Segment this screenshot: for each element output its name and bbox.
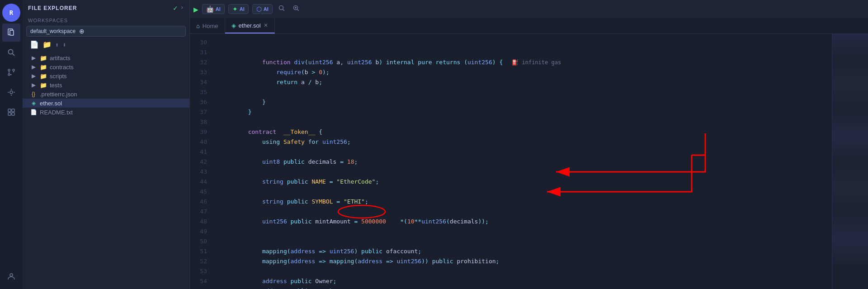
- svg-rect-16: [12, 113, 14, 115]
- search-sidebar-icon[interactable]: [2, 43, 20, 62]
- debug-icon[interactable]: [2, 83, 20, 101]
- tree-item-label: README.txt: [40, 109, 73, 116]
- tree-item-label: contracts: [50, 64, 74, 71]
- svg-line-3: [13, 54, 15, 56]
- folder-icon: ▶: [30, 72, 37, 80]
- workspace-row: WORKSPACES: [23, 16, 189, 25]
- download-icon[interactable]: ⬇: [62, 41, 66, 48]
- svg-rect-14: [12, 109, 14, 112]
- file-tree: ▶ 📁 artifacts ▶ 📁 contracts ▶ 📁 scripts …: [23, 52, 189, 289]
- svg-point-17: [10, 274, 13, 276]
- sidebar-header-actions: ✓ ›: [173, 4, 184, 12]
- code-line-43: string public NAME = "EtherCode";: [220, 167, 832, 177]
- git-icon[interactable]: [2, 63, 20, 81]
- toolbar: ▶ 🤖 AI ✦ AI ⬡ AI: [190, 0, 868, 18]
- minimap-content: [832, 34, 868, 289]
- folder-icon: ▶: [30, 63, 37, 71]
- search-icon[interactable]: [276, 4, 287, 14]
- ai-button-1[interactable]: 🤖 AI: [202, 4, 225, 14]
- workspace-label: WORKSPACES: [28, 18, 68, 23]
- run-button[interactable]: ▶: [193, 5, 198, 14]
- extensions-icon[interactable]: [2, 103, 20, 121]
- tree-item-prettierrc[interactable]: {} .prettierrc.json: [23, 90, 189, 99]
- folder-icon: ▶: [30, 54, 37, 62]
- code-line-54: address public _member;: [220, 276, 832, 286]
- svg-rect-1: [10, 30, 14, 35]
- code-area[interactable]: function div(uint256 a, uint256 b) inter…: [212, 34, 832, 289]
- tree-item-readme[interactable]: 📄 README.txt: [23, 108, 189, 117]
- svg-point-8: [10, 91, 13, 94]
- txt-icon: 📄: [30, 109, 37, 116]
- code-line-39: using Safety for uint256;: [220, 127, 832, 137]
- home-icon: ⌂: [196, 23, 200, 29]
- code-editor[interactable]: 30 31 32 33 34 35 36 37 38 39 40 41 42 4…: [190, 34, 868, 289]
- folder-icon: ▶: [30, 81, 37, 89]
- tree-item-label: scripts: [50, 73, 67, 80]
- svg-point-4: [8, 69, 10, 71]
- code-line-34: [220, 77, 832, 87]
- check-icon[interactable]: ✓: [173, 4, 178, 12]
- svg-line-19: [283, 9, 284, 11]
- code-line-32: require(b > 0);: [220, 57, 832, 67]
- editor-tabs: ⌂ Home ◈ ether.sol ✕: [190, 18, 868, 34]
- upload-icon[interactable]: ⬆: [55, 41, 59, 48]
- workspace-select[interactable]: default_workspace ⊕: [26, 26, 186, 37]
- svg-line-21: [297, 9, 299, 11]
- activity-bar: R: [0, 0, 23, 289]
- sol-tab-icon: ◈: [231, 22, 236, 29]
- sidebar-title: FILE EXPLORER: [28, 5, 77, 11]
- ai-label-2: AI: [240, 6, 245, 12]
- workspace-chevron-icon: ⊕: [79, 28, 85, 35]
- folder-icon-3: 📁: [40, 64, 47, 71]
- ai-button-2[interactable]: ✦ AI: [228, 4, 249, 14]
- code-line-46: [220, 197, 832, 207]
- folder-icon-5: 📁: [40, 82, 47, 89]
- code-line-51: mapping(address => mapping(address => ui…: [220, 246, 832, 256]
- code-line-53: address public Owner;: [220, 266, 832, 276]
- tree-item-contracts[interactable]: ▶ 📁 contracts: [23, 62, 189, 71]
- code-line-37: [220, 107, 832, 117]
- tree-item-label: ether.sol: [40, 100, 62, 107]
- code-line-31: function div(uint256 a, uint256 b) inter…: [220, 47, 832, 57]
- code-line-35: }: [220, 87, 832, 97]
- tab-home[interactable]: ⌂ Home: [190, 18, 225, 33]
- code-line-36: }: [220, 97, 832, 107]
- svg-rect-15: [8, 113, 11, 115]
- main-editor-area: ▶ 🤖 AI ✦ AI ⬡ AI: [190, 0, 868, 289]
- files-icon[interactable]: [2, 24, 20, 42]
- tree-item-artifacts[interactable]: ▶ 📁 artifacts: [23, 53, 189, 62]
- tab-close-button[interactable]: ✕: [264, 22, 268, 28]
- ai-label-3: AI: [264, 6, 269, 12]
- tree-item-label: artifacts: [50, 55, 71, 62]
- ai-label-1: AI: [216, 6, 221, 12]
- tree-item-label: tests: [50, 82, 62, 89]
- tree-item-tests[interactable]: ▶ 📁 tests: [23, 81, 189, 90]
- logo-icon[interactable]: R: [2, 4, 20, 22]
- json-icon: {}: [30, 90, 37, 98]
- workspace-name: default_workspace: [30, 28, 75, 34]
- tree-item-scripts[interactable]: ▶ 📁 scripts: [23, 71, 189, 81]
- tab-ether-sol[interactable]: ◈ ether.sol ✕: [225, 18, 275, 33]
- new-file-icon[interactable]: 📄: [30, 40, 39, 49]
- code-line-45: string public SYMBOL = "ETHI";: [220, 187, 832, 197]
- code-line-38: contract __Token__ {: [220, 117, 832, 127]
- code-line-33: return a / b;: [220, 67, 832, 77]
- code-line-49: [220, 227, 832, 237]
- code-line-48: [220, 217, 832, 227]
- svg-point-18: [279, 6, 283, 10]
- zoom-icon[interactable]: [291, 4, 302, 14]
- code-line-41: uint8 public decimals = 18;: [220, 147, 832, 157]
- sol-icon: ◈: [30, 99, 37, 107]
- chevron-right-icon[interactable]: ›: [180, 4, 184, 12]
- code-line-42: [220, 157, 832, 167]
- new-folder-icon[interactable]: 📁: [42, 40, 52, 49]
- code-line-47: uint256 public mintAmount = 5000000 *(10…: [220, 207, 832, 217]
- user-icon[interactable]: [2, 267, 20, 285]
- ai-button-3[interactable]: ⬡ AI: [252, 4, 273, 14]
- folder-icon-2: 📁: [40, 55, 47, 62]
- tab-home-label: Home: [203, 23, 218, 29]
- svg-point-5: [13, 69, 14, 71]
- tree-item-ether-sol[interactable]: ◈ ether.sol: [23, 99, 189, 108]
- svg-point-2: [9, 50, 13, 54]
- minimap: [832, 34, 868, 289]
